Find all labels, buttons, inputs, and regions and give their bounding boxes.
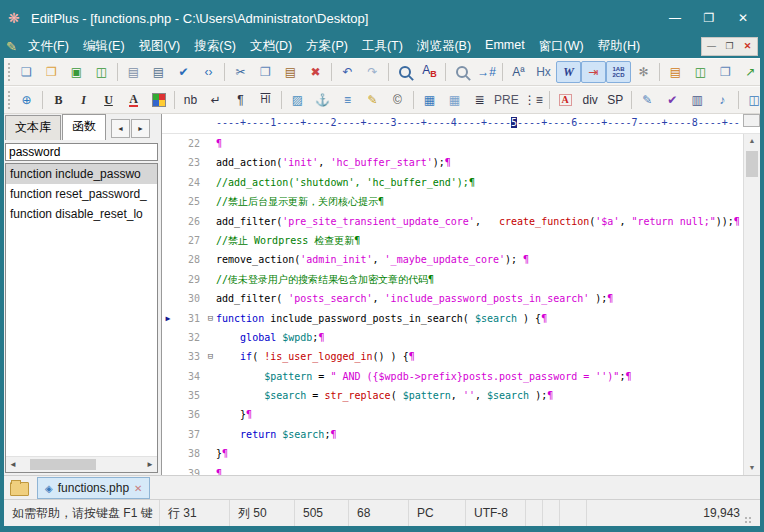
menu-document[interactable]: 文档(D) xyxy=(243,35,299,58)
toolbar-button-video[interactable]: ▥ xyxy=(685,89,710,111)
toolbar-button-find-in-files[interactable] xyxy=(449,61,474,83)
toolbar-button-note[interactable]: ✎ xyxy=(360,89,385,111)
menu-tools[interactable]: 工具(T) xyxy=(355,35,410,58)
toolbar-button-non-breaking-space[interactable]: nb xyxy=(178,89,203,111)
code-line-30[interactable]: 30add_filter( 'posts_search', 'include_p… xyxy=(162,289,743,308)
toolbar-button-form-fields[interactable]: ◫ xyxy=(742,89,760,111)
toolbar-button-view-in-browser[interactable]: ↗ xyxy=(738,61,760,83)
toolbar-button-undo[interactable]: ↶ xyxy=(335,61,360,83)
toolbar-button-tile-windows[interactable]: ◫ xyxy=(688,61,713,83)
menu-project[interactable]: 方案(P) xyxy=(299,35,355,58)
toolbar-grip[interactable] xyxy=(8,63,10,81)
sidebar-tab-cliptext[interactable]: 文本库 xyxy=(5,115,61,140)
toolbar-button-div-tag[interactable]: div xyxy=(578,89,603,111)
code-line-38[interactable]: 38}¶ xyxy=(162,444,743,463)
function-list-hscrollbar[interactable]: ◄ ► xyxy=(6,456,157,472)
toolbar-button-copyright[interactable]: © xyxy=(385,89,410,111)
fold-collapse-icon[interactable]: ⊟ xyxy=(205,309,216,328)
function-list-item[interactable]: function reset_password_ xyxy=(6,184,157,204)
menu-search[interactable]: 搜索(S) xyxy=(187,35,243,58)
code-line-24[interactable]: 24//add_action('shutdown', 'hc_buffer_en… xyxy=(162,173,743,192)
code-line-37[interactable]: 37 return $search;¶ xyxy=(162,425,743,444)
toolbar-button-browser-window[interactable]: ❐ xyxy=(713,61,738,83)
toolbar-button-line-break[interactable]: ↵ xyxy=(203,89,228,111)
toolbar-button-table-properties[interactable]: ▦ xyxy=(442,89,467,111)
mdi-close-button[interactable]: ✕ xyxy=(739,40,756,53)
toolbar-button-print-preview[interactable]: ▤ xyxy=(121,61,146,83)
scroll-down-arrow-icon[interactable]: ▼ xyxy=(749,461,756,475)
folder-icon[interactable] xyxy=(10,482,29,496)
toolbar-button-save[interactable]: ▣ xyxy=(64,61,89,83)
toolbar-button-preferences[interactable]: ✻ xyxy=(631,61,656,83)
sidebar-tab-scroll-right[interactable]: ► xyxy=(131,119,150,138)
hscroll-left-arrow-icon[interactable]: ◄ xyxy=(6,460,20,469)
toolbar-button-bullet-list[interactable]: ⋮≡ xyxy=(521,89,546,111)
maximize-button[interactable]: ❐ xyxy=(692,6,726,30)
code-line-34[interactable]: 34 $pattern = " AND ({$wpdb->prefix}post… xyxy=(162,367,743,386)
toolbar-button-heading[interactable]: HI xyxy=(253,89,278,111)
menu-file[interactable]: 文件(F) xyxy=(21,35,76,58)
tab-functions-php[interactable]: ◈ functions.php ✕ xyxy=(37,477,150,499)
mdi-minimize-button[interactable]: — xyxy=(703,40,720,53)
toolbar-button-span-tag[interactable]: SP xyxy=(603,89,628,111)
menu-emmet[interactable]: Emmet xyxy=(478,35,532,58)
toolbar-button-word-wrap[interactable]: W xyxy=(556,61,581,83)
menu-window[interactable]: 窗口(W) xyxy=(532,35,591,58)
toolbar-button-find[interactable] xyxy=(392,61,417,83)
code-line-26[interactable]: 26add_filter('pre_site_transient_update_… xyxy=(162,212,743,231)
toolbar-button-font-options[interactable]: Aª xyxy=(506,61,531,83)
toolbar-button-hex-viewer[interactable]: Hx xyxy=(531,61,556,83)
code-line-22[interactable]: 22¶ xyxy=(162,134,743,153)
code-line-27[interactable]: 27//禁止 Wordpress 检查更新¶ xyxy=(162,231,743,250)
toolbar-button-web-browser[interactable]: ⊕ xyxy=(14,89,39,111)
toolbar-button-underline[interactable]: U xyxy=(96,89,121,111)
toolbar-button-print[interactable]: ▤ xyxy=(146,61,171,83)
toolbar-button-paragraph[interactable]: ¶ xyxy=(228,89,253,111)
code-line-23[interactable]: 23add_action('init', 'hc_buffer_start');… xyxy=(162,153,743,172)
toolbar-button-preformatted[interactable]: PRE xyxy=(492,89,521,111)
toolbar-button-horizontal-rule[interactable]: ≡ xyxy=(335,89,360,111)
toolbar-button-color-palette[interactable] xyxy=(146,89,171,111)
code-line-29[interactable]: 29//使未登录用户的搜索结果包含加密文章的代码¶ xyxy=(162,270,743,289)
code-area[interactable]: 22¶23add_action('init', 'hc_buffer_start… xyxy=(162,134,743,475)
toolbar-button-replace[interactable]: AB xyxy=(417,61,442,83)
menu-view[interactable]: 视图(V) xyxy=(132,35,188,58)
mdi-restore-button[interactable]: ❐ xyxy=(721,40,738,53)
hscroll-right-arrow-icon[interactable]: ► xyxy=(143,460,157,469)
sidebar-tab-functions[interactable]: 函数 xyxy=(62,114,106,140)
code-line-25[interactable]: 25//禁止后台显示更新，关闭核心提示¶ xyxy=(162,192,743,211)
code-line-39[interactable]: 39¶ xyxy=(162,464,743,475)
toolbar-button-bold[interactable]: B xyxy=(46,89,71,111)
toolbar-grip[interactable] xyxy=(8,91,10,109)
toolbar-button-form-edit[interactable]: ✎ xyxy=(635,89,660,111)
toolbar-button-spell-check[interactable]: ✔ xyxy=(171,61,196,83)
menu-edit[interactable]: 编辑(E) xyxy=(76,35,132,58)
toolbar-button-open-file[interactable]: ❐ xyxy=(39,61,64,83)
toolbar-button-font-color[interactable]: A xyxy=(121,89,146,111)
toolbar-button-html-tags[interactable]: ‹› xyxy=(196,61,221,83)
code-line-32[interactable]: 32 global $wpdb;¶ xyxy=(162,328,743,347)
toolbar-button-image[interactable]: ▨ xyxy=(285,89,310,111)
sidebar-tab-scroll-left[interactable]: ◄ xyxy=(111,119,130,138)
toolbar-button-redo[interactable]: ↷ xyxy=(360,61,385,83)
code-line-36[interactable]: 36 }¶ xyxy=(162,405,743,424)
close-button[interactable]: ✕ xyxy=(726,6,760,30)
toolbar-button-script-check[interactable]: ✔ xyxy=(660,89,685,111)
editor-vscrollbar[interactable]: ▲ ▼ xyxy=(743,134,760,475)
toolbar-button-save-all[interactable]: ◫ xyxy=(89,61,114,83)
minimize-button[interactable]: — xyxy=(658,6,692,30)
toolbar-button-copy[interactable]: ❐ xyxy=(253,61,278,83)
code-line-31[interactable]: ▶31⊟function include_password_posts_in_s… xyxy=(162,309,743,328)
toolbar-button-italic[interactable]: I xyxy=(71,89,96,111)
toolbar-button-line-numbers[interactable]: 1AB2CD xyxy=(606,61,631,83)
toolbar-button-justify[interactable]: ≣ xyxy=(467,89,492,111)
toolbar-button-audio[interactable]: ♪ xyxy=(710,89,735,111)
toolbar-button-goto-line[interactable]: →# xyxy=(474,61,499,83)
toolbar-button-table[interactable]: ▦ xyxy=(417,89,442,111)
toolbar-button-cut[interactable]: ✂ xyxy=(228,61,253,83)
hscroll-thumb[interactable] xyxy=(30,459,96,470)
toolbar-button-new-document[interactable]: ❏ xyxy=(14,61,39,83)
menu-help[interactable]: 帮助(H) xyxy=(591,35,647,58)
toolbar-button-paste[interactable]: ▤ xyxy=(278,61,303,83)
toolbar-button-delete[interactable]: ✖ xyxy=(303,61,328,83)
